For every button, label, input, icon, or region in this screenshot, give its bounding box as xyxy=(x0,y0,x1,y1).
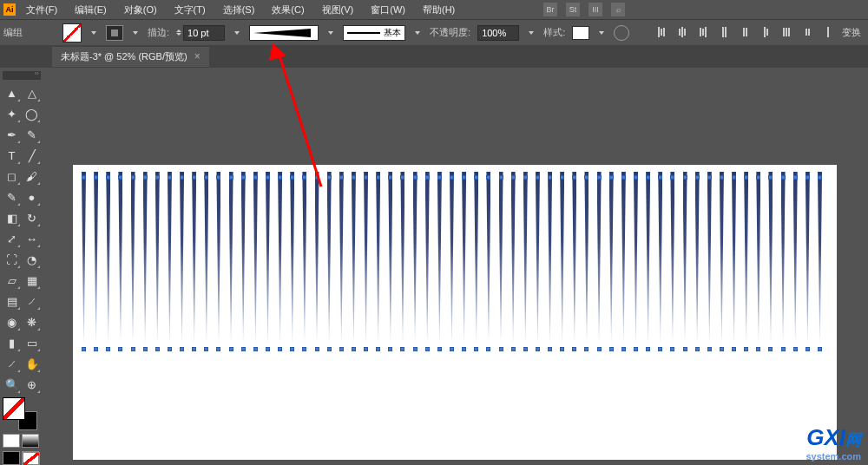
anchor-point[interactable] xyxy=(413,347,418,351)
canvas[interactable] xyxy=(73,165,837,460)
bridge-icon[interactable]: Br xyxy=(543,3,557,16)
anchor-point[interactable] xyxy=(413,175,418,180)
draw-normal-icon[interactable] xyxy=(3,451,20,465)
gradient-mode-icon[interactable] xyxy=(22,434,39,448)
anchor-point[interactable] xyxy=(216,347,220,351)
anchor-point[interactable] xyxy=(707,347,712,351)
style-swatch[interactable] xyxy=(572,26,589,40)
opacity-dropdown[interactable] xyxy=(526,27,536,39)
anchor-point[interactable] xyxy=(388,175,392,180)
anchor-point[interactable] xyxy=(143,347,148,351)
anchor-point[interactable] xyxy=(327,175,332,180)
stroke-profile-dropdown[interactable] xyxy=(412,27,423,39)
anchor-point[interactable] xyxy=(806,347,810,351)
anchor-point[interactable] xyxy=(82,175,86,180)
anchor-point[interactable] xyxy=(621,347,626,351)
anchor-point[interactable] xyxy=(425,347,430,351)
anchor-point[interactable] xyxy=(462,347,466,351)
tab-close-icon[interactable]: × xyxy=(194,50,201,62)
anchor-point[interactable] xyxy=(670,347,674,351)
anchor-point[interactable] xyxy=(793,347,798,351)
anchor-point[interactable] xyxy=(180,175,184,180)
anchor-point[interactable] xyxy=(94,347,98,351)
anchor-point[interactable] xyxy=(695,175,700,180)
align-hcenter-icon[interactable] xyxy=(675,26,689,38)
anchor-point[interactable] xyxy=(597,175,602,180)
stroke-swatch-dropdown[interactable] xyxy=(130,27,141,39)
type-tool[interactable]: T xyxy=(3,146,21,165)
anchor-point[interactable] xyxy=(756,175,760,180)
zoom-tool[interactable]: 🔍 xyxy=(3,375,21,394)
anchor-point[interactable] xyxy=(462,175,466,180)
anchor-point[interactable] xyxy=(155,347,160,351)
menu-effect[interactable]: 效果(C) xyxy=(266,2,309,18)
anchor-point[interactable] xyxy=(204,175,208,180)
distribute-v-icon[interactable] xyxy=(800,26,814,38)
hand-tool[interactable]: ✋ xyxy=(23,354,41,373)
anchor-point[interactable] xyxy=(425,175,430,180)
artwork-blend[interactable] xyxy=(78,172,825,345)
anchor-point[interactable] xyxy=(744,347,748,351)
anchor-point[interactable] xyxy=(732,347,736,351)
rotate-tool[interactable]: ↻ xyxy=(23,208,41,227)
menu-help[interactable]: 帮助(H) xyxy=(418,2,460,18)
anchor-point[interactable] xyxy=(634,347,638,351)
line-tool[interactable]: ╱ xyxy=(23,146,41,165)
anchor-point[interactable] xyxy=(523,347,528,351)
anchor-point[interactable] xyxy=(143,175,148,180)
stroke-profile-preview[interactable]: 基本 xyxy=(343,25,405,41)
anchor-point[interactable] xyxy=(241,175,246,180)
anchor-point[interactable] xyxy=(400,347,404,351)
anchor-point[interactable] xyxy=(486,175,490,180)
anchor-point[interactable] xyxy=(720,175,724,180)
anchor-point[interactable] xyxy=(486,347,490,351)
anchor-point[interactable] xyxy=(229,347,233,351)
anchor-point[interactable] xyxy=(302,347,306,351)
menu-select[interactable]: 选择(S) xyxy=(218,2,260,18)
anchor-point[interactable] xyxy=(572,175,576,180)
align-artboard-icon[interactable] xyxy=(821,26,835,38)
anchor-point[interactable] xyxy=(781,347,786,351)
menu-edit[interactable]: 编辑(E) xyxy=(69,2,112,18)
pen-tool[interactable]: ✒ xyxy=(3,125,21,144)
anchor-point[interactable] xyxy=(695,347,700,351)
pencil-tool[interactable]: ✎ xyxy=(3,187,21,206)
anchor-point[interactable] xyxy=(204,347,208,351)
anchor-point[interactable] xyxy=(793,175,798,180)
anchor-point[interactable] xyxy=(131,347,135,351)
anchor-point[interactable] xyxy=(768,347,773,351)
document-tab[interactable]: 未标题-3* @ 52% (RGB/预览) × xyxy=(52,47,209,67)
anchor-point[interactable] xyxy=(572,347,576,351)
lasso-tool[interactable]: ◯ xyxy=(23,104,41,123)
anchor-point[interactable] xyxy=(315,175,319,180)
blob-brush-tool[interactable]: ● xyxy=(23,187,41,206)
anchor-point[interactable] xyxy=(106,175,110,180)
perspective-tool[interactable]: ▱ xyxy=(3,271,21,290)
selection-tool[interactable]: ▲ xyxy=(3,83,21,102)
anchor-point[interactable] xyxy=(609,175,614,180)
anchor-point[interactable] xyxy=(756,347,760,351)
menu-window[interactable]: 窗口(W) xyxy=(365,2,411,18)
anchor-point[interactable] xyxy=(290,175,294,180)
anchor-point[interactable] xyxy=(683,175,687,180)
anchor-point[interactable] xyxy=(474,347,478,351)
mesh-tool[interactable]: ▦ xyxy=(23,271,41,290)
transform-label[interactable]: 变换 xyxy=(842,26,861,39)
fill-color-swatch[interactable] xyxy=(3,397,25,420)
anchor-point[interactable] xyxy=(806,175,810,180)
anchor-point[interactable] xyxy=(155,175,160,180)
anchor-point[interactable] xyxy=(597,347,602,351)
direct-selection-tool[interactable]: △ xyxy=(23,83,41,102)
gradient-tool[interactable]: ▤ xyxy=(3,291,21,311)
align-left-icon[interactable] xyxy=(654,26,668,38)
anchor-point[interactable] xyxy=(818,175,822,180)
anchor-point[interactable] xyxy=(768,175,773,180)
anchor-point[interactable] xyxy=(352,347,356,351)
search-icon[interactable]: ⌕ xyxy=(611,3,625,16)
anchor-point[interactable] xyxy=(118,347,122,351)
stock-icon[interactable]: St xyxy=(566,3,580,16)
anchor-point[interactable] xyxy=(548,175,552,180)
anchor-point[interactable] xyxy=(584,175,589,180)
anchor-point[interactable] xyxy=(364,347,368,351)
magic-wand-tool[interactable]: ✦ xyxy=(3,104,21,123)
